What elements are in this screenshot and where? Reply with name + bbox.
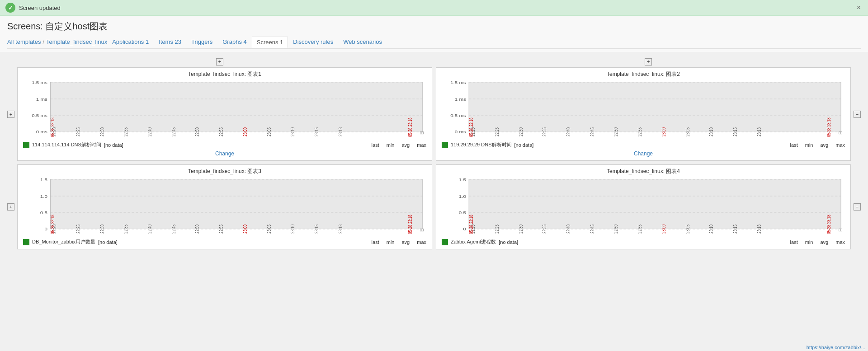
chart2-change-link[interactable]: Change <box>440 150 847 157</box>
chart1-legend-right: last min avg max <box>372 142 426 148</box>
side-control-left-2: + <box>6 203 15 211</box>
svg-text:22:45: 22:45 <box>171 127 176 136</box>
chart4-col-last: last <box>790 239 798 245</box>
svg-text:22:40: 22:40 <box>566 127 571 136</box>
svg-text:⊞: ⊞ <box>420 228 424 232</box>
check-icon: ✓ <box>5 3 15 13</box>
svg-text:23:05: 23:05 <box>685 225 690 234</box>
svg-text:05-28 22:18: 05-28 22:18 <box>469 215 474 234</box>
tab-screens[interactable]: Screens 1 <box>252 37 288 48</box>
svg-text:1.0: 1.0 <box>40 194 47 199</box>
breadcrumb-all-templates[interactable]: All templates <box>7 38 41 45</box>
svg-text:22:50: 22:50 <box>195 127 200 136</box>
svg-text:23:00: 23:00 <box>661 127 666 136</box>
expand-left-1-button[interactable]: + <box>7 111 14 118</box>
chart4-legend-left: Zabbix Agemt进程数 [no data] <box>442 239 518 245</box>
breadcrumb-nav: All templates / Template_findsec_linux A… <box>7 36 861 49</box>
page-header: Screens: 自定义host图表 All templates / Templ… <box>0 16 868 52</box>
tab-items[interactable]: Items 23 <box>154 36 186 47</box>
chart3-legend-label: DB_Monitor_zabbix用户数量 <box>32 239 95 245</box>
tab-graphs[interactable]: Graphs 4 <box>217 36 252 47</box>
svg-text:23:15: 23:15 <box>314 225 319 234</box>
chart2-change-anchor[interactable]: Change <box>634 150 653 157</box>
breadcrumb-template-name[interactable]: Template_findsec_linux <box>46 38 107 45</box>
chart-cell-1: Template_findsec_linux: 图表1 1.5 ms <box>17 67 432 161</box>
side-control-right-2: − <box>853 203 862 211</box>
top-add-row: + + <box>6 58 862 66</box>
chart1-legend-left: 114.114.114.114 DNS解析时间 [no data] <box>23 141 123 148</box>
svg-text:23:00: 23:00 <box>243 225 248 234</box>
chart4-col-avg: avg <box>820 239 828 245</box>
svg-rect-0 <box>50 82 422 132</box>
chart4-svg: 1.5 1.0 0.5 0 22:20 22:25 22:30 22:35 <box>440 177 847 236</box>
chart3-legend: DB_Monitor_zabbix用户数量 [no data] last min… <box>21 239 428 245</box>
screens-wrapper: + + + Template_findsec_linux: 图表1 <box>5 56 863 255</box>
collapse-right-2-button[interactable]: − <box>854 203 861 211</box>
chart3-wrap: 1.5 1.0 0.5 0 22:20 22:25 22:30 22:35 <box>21 177 428 236</box>
chart-cell-3: Template_findsec_linux: 图表3 1.5 1.0 0.5 … <box>17 164 432 249</box>
chart2-legend-left: 119.29.29.29 DNS解析时间 [no data] <box>442 141 533 148</box>
tab-web-scenarios[interactable]: Web scenarios <box>338 36 387 47</box>
svg-text:23:18: 23:18 <box>338 225 343 234</box>
svg-text:0 ms: 0 ms <box>455 130 466 134</box>
svg-text:22:30: 22:30 <box>519 127 524 136</box>
chart4-col-min: min <box>805 239 813 245</box>
chart3-legend-left: DB_Monitor_zabbix用户数量 [no data] <box>23 239 118 245</box>
chart1-change-link[interactable]: Change <box>21 150 428 157</box>
svg-rect-81 <box>469 179 841 229</box>
svg-text:22:45: 22:45 <box>590 225 595 234</box>
chart4-title: Template_findsec_linux: 图表4 <box>440 168 847 175</box>
chart3-legend-right: last min avg max <box>372 239 426 245</box>
svg-text:22:55: 22:55 <box>219 225 224 234</box>
content-area: + + + Template_findsec_linux: 图表1 <box>0 52 868 259</box>
add-column-top-right-button[interactable]: + <box>645 58 652 66</box>
chart4-col-max: max <box>835 239 845 245</box>
svg-text:1.5 ms: 1.5 ms <box>450 80 466 85</box>
collapse-right-1-button[interactable]: − <box>854 111 861 118</box>
chart1-svg: 1.5 ms 1 ms 0.5 ms 0 ms 22:20 22:25 <box>21 80 428 139</box>
svg-text:23:18: 23:18 <box>338 127 343 136</box>
svg-text:23:10: 23:10 <box>709 127 714 136</box>
tab-applications[interactable]: Applications 1 <box>107 36 154 47</box>
chart4-legend: Zabbix Agemt进程数 [no data] last min avg m… <box>440 239 847 245</box>
notification-close-button[interactable]: × <box>855 4 863 12</box>
svg-text:22:30: 22:30 <box>100 127 105 136</box>
expand-left-2-button[interactable]: + <box>7 203 14 211</box>
top-add-cell-right: + <box>436 58 861 66</box>
svg-text:22:25: 22:25 <box>495 127 500 136</box>
svg-text:22:45: 22:45 <box>590 127 595 136</box>
chart4-wrap: 1.5 1.0 0.5 0 22:20 22:25 22:30 22:35 <box>440 177 847 236</box>
svg-text:22:25: 22:25 <box>76 127 81 136</box>
chart1-legend-color <box>23 142 29 148</box>
chart1-col-min: min <box>387 142 395 148</box>
chart4-legend-nodata: [no data] <box>499 239 518 245</box>
svg-text:⊞: ⊞ <box>420 131 424 135</box>
chart1-col-avg: avg <box>401 142 410 148</box>
svg-text:22:55: 22:55 <box>637 225 642 234</box>
chart1-legend: 114.114.114.114 DNS解析时间 [no data] last m… <box>21 141 428 148</box>
svg-text:0.5 ms: 0.5 ms <box>450 113 466 118</box>
svg-text:22:50: 22:50 <box>195 225 200 234</box>
notification-bar: ✓ Screen updated × <box>0 0 868 16</box>
svg-text:1 ms: 1 ms <box>36 97 47 102</box>
chart2-col-last: last <box>790 142 798 148</box>
svg-text:1.5: 1.5 <box>459 178 466 182</box>
cells-row-1: Template_findsec_linux: 图表1 1.5 ms <box>17 67 851 161</box>
add-column-top-left-button[interactable]: + <box>216 58 223 66</box>
svg-text:⊞: ⊞ <box>838 131 842 135</box>
svg-text:23:18: 23:18 <box>757 127 762 136</box>
svg-text:23:10: 23:10 <box>290 127 295 136</box>
svg-text:1.5: 1.5 <box>40 178 47 182</box>
svg-text:0.5 ms: 0.5 ms <box>32 113 47 118</box>
chart2-legend-nodata: [no data] <box>514 142 534 148</box>
svg-text:22:35: 22:35 <box>542 127 547 136</box>
svg-text:0: 0 <box>44 227 47 231</box>
notification-message: Screen updated <box>19 5 61 11</box>
side-control-left-1: + <box>6 111 15 118</box>
chart1-change-anchor[interactable]: Change <box>215 150 234 157</box>
chart3-col-max: max <box>417 239 426 245</box>
tab-discovery-rules[interactable]: Discovery rules <box>288 36 338 47</box>
tab-triggers[interactable]: Triggers <box>186 36 217 47</box>
svg-text:05-28 23:18: 05-28 23:18 <box>826 215 831 234</box>
chart3-svg: 1.5 1.0 0.5 0 22:20 22:25 22:30 22:35 <box>21 177 428 236</box>
